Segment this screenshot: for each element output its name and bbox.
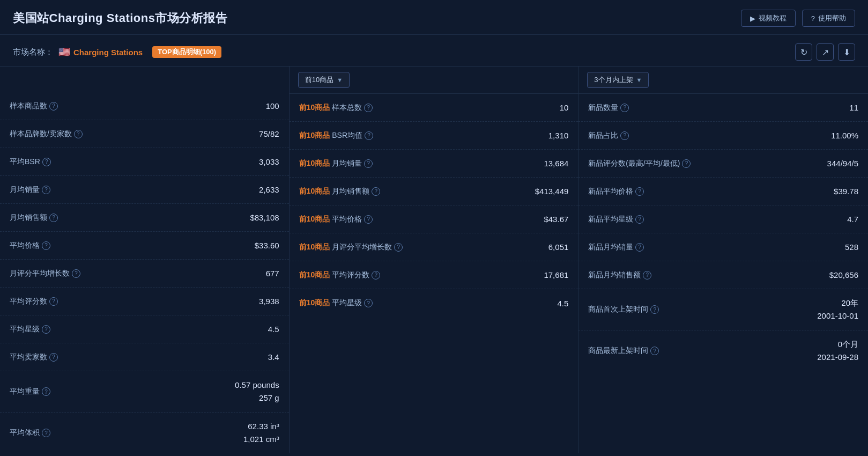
row-new-monthly-sales: 新品月均销量 ? 528 (578, 233, 868, 261)
row-top10-sample: 前10商品 样本总数 ? 10 (290, 94, 578, 122)
help-icon-top10-avg-reviews[interactable]: ? (372, 271, 380, 280)
help-icon-new-ratio[interactable]: ? (620, 131, 629, 140)
help-icon-top10-bsr[interactable]: ? (365, 131, 373, 140)
help-icon-avg-rating[interactable]: ? (42, 325, 50, 334)
column-top10: 前10商品 ▼ 前10商品 样本总数 ? 10 前10商品 BSR均值 ? 1,… (290, 67, 579, 453)
row-top10-revenue: 前10商品 月均销售额 ? $413,449 (290, 178, 578, 205)
help-icon-avg-volume[interactable]: ? (42, 429, 50, 437)
row-top10-avg-rating: 前10商品 平均星级 ? 4.5 (290, 289, 578, 317)
help-icon-sample[interactable]: ? (49, 102, 58, 111)
column2-header: 前10商品 ▼ (290, 67, 578, 94)
top10-dropdown[interactable]: 前10商品 ▼ (298, 72, 350, 88)
row-first-listed: 商品首次上架时间 ? 20年 2001-10-01 (578, 289, 868, 330)
row-top10-avg-reviews: 前10商品 平均评分数 ? 17,681 (290, 261, 578, 289)
row-new-avg-price: 新品平均价格 ? $39.78 (578, 178, 868, 205)
new-products-dropdown[interactable]: 3个月内上架 ▼ (587, 72, 649, 88)
header-buttons: ▶ 视频教程 ? 使用帮助 (741, 10, 855, 27)
help-icon-top10-avg-rating[interactable]: ? (364, 299, 373, 307)
market-action-icons: ↻ ↗ ⬇ (795, 43, 855, 61)
help-icon-avg-weight[interactable]: ? (42, 387, 50, 396)
help-icon-top10-sales[interactable]: ? (364, 159, 373, 168)
row-avg-reviews: 平均评分数 ? 3,938 (0, 288, 289, 315)
video-tutorial-button[interactable]: ▶ 视频教程 (741, 10, 796, 27)
row-new-avg-rating: 新品平均星级 ? 4.7 (578, 205, 868, 233)
main-grid: 样本商品数 ? 100 样本品牌数/卖家数 ? 75/82 平均BSR ? 3,… (0, 66, 868, 453)
row-monthly-revenue: 月均销售额 ? $83,108 (0, 204, 289, 232)
help-icon-top10-sample[interactable]: ? (364, 104, 373, 112)
market-bar: 市场名称： 🇺🇸 Charging Stations TOP商品明细(100) … (0, 35, 868, 66)
row-new-ratio: 新品占比 ? 11.00% (578, 122, 868, 150)
row-latest-listed: 商品最新上架时间 ? 0个月 2021-09-28 (578, 330, 868, 371)
row-avg-weight: 平均重量 ? 0.57 pounds 257 g (0, 371, 289, 413)
share-icon[interactable]: ↗ (817, 43, 834, 61)
help-circle-icon: ? (811, 14, 815, 23)
row-top10-review-growth: 前10商品 月评分平均增长数 ? 6,051 (290, 233, 578, 261)
help-icon-new-avg-rating[interactable]: ? (635, 215, 644, 224)
help-icon-avg-price[interactable]: ? (42, 241, 50, 250)
help-button[interactable]: ? 使用帮助 (802, 10, 855, 27)
market-flag: 🇺🇸 Charging Stations (58, 46, 143, 58)
column-new-products: 3个月内上架 ▼ 新品数量 ? 11 新品占比 ? 11.00% 新品评分数(最… (578, 67, 868, 453)
row-sample-count: 样本商品数 ? 100 (0, 92, 289, 120)
help-icon-avg-reviews[interactable]: ? (49, 297, 58, 306)
page-header: 美国站Charging Stations市场分析报告 ▶ 视频教程 ? 使用帮助 (0, 0, 868, 35)
row-top10-bsr: 前10商品 BSR均值 ? 1,310 (290, 122, 578, 150)
column-overall: 样本商品数 ? 100 样本品牌数/卖家数 ? 75/82 平均BSR ? 3,… (0, 67, 290, 453)
help-icon-new-avg-price[interactable]: ? (635, 187, 644, 196)
market-name: Charging Stations (73, 48, 143, 57)
help-icon-new-monthly-sales[interactable]: ? (635, 243, 644, 252)
row-avg-sellers: 平均卖家数 ? 3.4 (0, 343, 289, 371)
help-icon-new-monthly-revenue[interactable]: ? (643, 271, 651, 280)
help-icon-monthly-revenue[interactable]: ? (49, 214, 58, 222)
column3-header: 3个月内上架 ▼ (578, 67, 868, 94)
refresh-icon[interactable]: ↻ (795, 43, 812, 61)
row-avg-price: 平均价格 ? $33.60 (0, 232, 289, 260)
help-icon-new-rating-range[interactable]: ? (682, 159, 691, 168)
page-title: 美国站Charging Stations市场分析报告 (13, 10, 227, 26)
top-products-tag[interactable]: TOP商品明细(100) (152, 46, 221, 58)
play-icon: ▶ (750, 14, 755, 23)
chevron-down-icon-2: ▼ (636, 77, 642, 83)
help-icon-review-growth[interactable]: ? (72, 269, 80, 278)
row-avg-rating: 平均星级 ? 4.5 (0, 315, 289, 343)
row-monthly-sales: 月均销量 ? 2,633 (0, 176, 289, 204)
row-avg-volume: 平均体积 ? 62.33 in³ 1,021 cm³ (0, 413, 289, 453)
row-top10-price: 前10商品 平均价格 ? $43.67 (290, 205, 578, 233)
column1-header (0, 67, 289, 92)
help-icon-brand[interactable]: ? (74, 130, 83, 138)
row-new-count: 新品数量 ? 11 (578, 94, 868, 122)
row-top10-sales: 前10商品 月均销量 ? 13,684 (290, 150, 578, 178)
row-avg-bsr: 平均BSR ? 3,033 (0, 148, 289, 176)
help-icon-monthly-sales[interactable]: ? (42, 186, 50, 194)
us-flag-icon: 🇺🇸 (58, 46, 70, 58)
help-icon-top10-review-growth[interactable]: ? (394, 243, 403, 252)
chevron-down-icon: ▼ (337, 77, 343, 83)
help-icon-top10-revenue[interactable]: ? (372, 187, 380, 196)
help-icon-latest-listed[interactable]: ? (650, 347, 659, 355)
row-new-monthly-revenue: 新品月均销售额 ? $20,656 (578, 261, 868, 289)
help-icon-avg-sellers[interactable]: ? (49, 353, 58, 362)
market-label: 市场名称： (13, 47, 53, 57)
help-icon-new-count[interactable]: ? (620, 104, 629, 112)
row-brand-seller: 样本品牌数/卖家数 ? 75/82 (0, 120, 289, 148)
help-icon-first-listed[interactable]: ? (650, 305, 659, 314)
download-icon[interactable]: ⬇ (838, 43, 855, 61)
row-new-rating-range: 新品评分数(最高/平均/最低) ? 344/94/5 (578, 150, 868, 178)
help-icon-bsr[interactable]: ? (42, 158, 51, 166)
row-review-growth: 月评分平均增长数 ? 677 (0, 260, 289, 288)
help-icon-top10-price[interactable]: ? (364, 215, 373, 224)
